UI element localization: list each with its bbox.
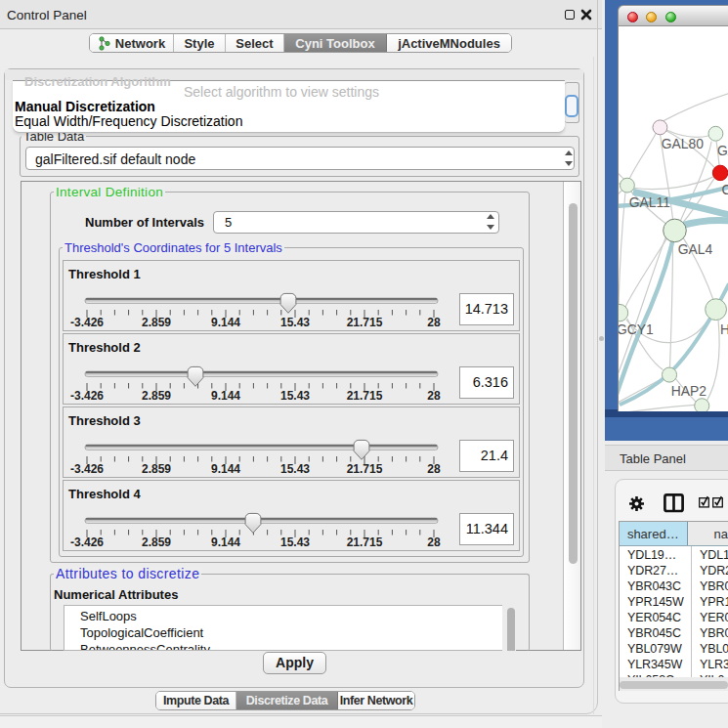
svg-text:28: 28 <box>427 535 441 549</box>
svg-text:GCY1: GCY1 <box>618 321 654 337</box>
svg-text:28: 28 <box>427 389 441 403</box>
svg-text:-3.426: -3.426 <box>70 535 104 549</box>
svg-text:GA: GA <box>717 143 728 158</box>
svg-text:2.859: 2.859 <box>142 389 171 403</box>
svg-text:HAP2: HAP2 <box>671 383 707 399</box>
svg-text:H: H <box>720 321 728 337</box>
svg-text:9.144: 9.144 <box>211 462 240 476</box>
svg-text:15.43: 15.43 <box>280 389 310 403</box>
svg-text:GAL80: GAL80 <box>662 136 704 151</box>
svg-text:21.715: 21.715 <box>347 316 383 329</box>
svg-text:-3.426: -3.426 <box>70 462 104 476</box>
svg-text:-3.426: -3.426 <box>70 389 104 403</box>
svg-text:-3.426: -3.426 <box>70 316 104 329</box>
svg-text:2.859: 2.859 <box>142 535 171 549</box>
svg-text:15.43: 15.43 <box>280 535 310 549</box>
svg-text:21.715: 21.715 <box>347 462 383 476</box>
svg-text:15.43: 15.43 <box>280 462 310 476</box>
svg-text:9.144: 9.144 <box>211 389 240 403</box>
svg-text:GAL11: GAL11 <box>629 194 670 210</box>
svg-text:GAL4: GAL4 <box>678 241 713 257</box>
svg-text:21.715: 21.715 <box>347 535 383 549</box>
svg-text:21.715: 21.715 <box>347 389 383 403</box>
svg-text:15.43: 15.43 <box>280 316 310 329</box>
svg-text:CY: CY <box>721 182 728 197</box>
svg-text:28: 28 <box>427 462 441 476</box>
svg-text:2.859: 2.859 <box>142 462 171 476</box>
svg-text:9.144: 9.144 <box>211 535 240 549</box>
svg-text:2.859: 2.859 <box>142 316 171 329</box>
svg-text:28: 28 <box>427 316 441 329</box>
svg-text:9.144: 9.144 <box>211 316 240 329</box>
